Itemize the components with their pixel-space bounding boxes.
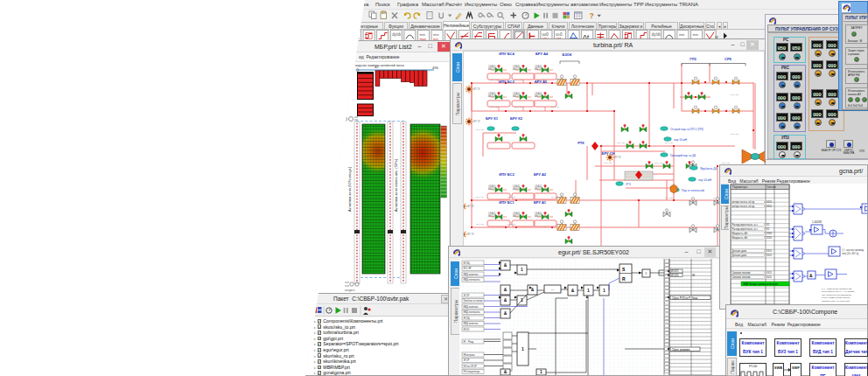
svg-text:1: 1 (603, 288, 606, 293)
svg-text:ротора насоса, об-ед: ротора насоса, об-ед (732, 200, 755, 204)
svg-text:ХХК2: ХХК2 (766, 232, 773, 235)
svg-text:ротора насоса, об-ед: ротора насоса, об-ед (732, 205, 755, 208)
svg-text:ИПУ БС4: ИПУ БС4 (499, 52, 514, 56)
svg-text:ИПУ БС3: ИПУ БС3 (499, 80, 514, 84)
svg-text:ПК-Г 80: ПК-Г 80 (731, 133, 739, 136)
svg-text:Греющий пар на Д4: Греющий пар на Д4 (670, 154, 696, 157)
svg-text:ИП ТК: ИП ТК (473, 87, 480, 91)
svg-text:Пар от котельной: Пар от котельной (682, 189, 704, 192)
svg-text:Мощность, кВт: Мощность, кВт (732, 232, 749, 235)
svg-text:НГ2Щ: НГ2Щ (464, 317, 471, 320)
svg-text:&: & (571, 288, 575, 293)
svg-text:Параметры: Параметры (732, 185, 748, 189)
svg-text:ПК-Г 80: ПК-Г 80 (508, 223, 516, 226)
svg-text:НГ4О: НГ4О (464, 328, 470, 331)
svg-text:ПК-Г 80: ПК-Г 80 (490, 106, 499, 108)
svg-text:1.40298: 1.40298 (812, 220, 822, 224)
svg-text:ИП ТК: ИП ТК (614, 156, 621, 159)
svg-text:Мощность, кВт: Мощность, кВт (732, 236, 749, 240)
svg-text:силового тока. Же тока этого: силового тока. Же тока этого (822, 300, 850, 303)
svg-text:42: 42 (374, 65, 379, 69)
svg-text:&: & (504, 310, 508, 316)
svg-text:1: 1 (522, 346, 524, 352)
svg-text:dy/dt: dy/dt (652, 32, 662, 37)
svg-text:u≥0: u≥0 (556, 32, 563, 37)
svg-text:ПК-Г 80: ПК-Г 80 (476, 196, 485, 198)
svg-text:конденс: конденс (345, 289, 355, 292)
svg-text:dy/dt: dy/dt (392, 32, 402, 37)
svg-text:AA101: AA101 (488, 214, 496, 218)
svg-text:ИСКЛ0: ИСКЛ0 (671, 274, 679, 277)
svg-text:НГ4 ЭР: НГ4 ЭР (464, 267, 472, 270)
svg-text:НКонтроль: НКонтроль (464, 353, 476, 357)
svg-text:ИП ТК: ИП ТК (473, 120, 480, 123)
svg-text:AA101: AA101 (535, 214, 542, 218)
svg-text:ИПУ БС1: ИПУ БС1 (499, 200, 514, 205)
svg-text:ГПЗ: ГПЗ (690, 57, 696, 61)
svg-text:&: & (504, 369, 508, 374)
svg-text:ИВД запитана: ИВД запитана (464, 305, 480, 309)
svg-text:БЗОК: БЗОК (563, 52, 572, 57)
svg-text:СРК: СРК (724, 57, 732, 61)
svg-text:Расход через насос, кг-с: Расход через насос, кг-с (732, 223, 759, 226)
svg-text:ПК-Г 80: ПК-Г 80 (731, 94, 739, 96)
svg-text:ХХ21: ХХ21 (766, 200, 773, 204)
svg-text:ПК-Г 80: ПК-Г 80 (514, 106, 523, 108)
svg-text:1: 1 (540, 369, 542, 374)
svg-text:AA101: AA101 (513, 67, 521, 71)
svg-text:Силовое питание: Силовое питание (732, 275, 752, 279)
svg-text:тока (10...80 Гц): тока (10...80 Гц) (842, 252, 858, 255)
svg-text:ИП ТК: ИП ТК (467, 205, 474, 208)
svg-text:&: & (504, 262, 508, 268)
svg-text:Х2: Х2 (766, 223, 770, 226)
svg-text:ПК-Г 80: ПК-Г 80 (490, 79, 499, 81)
svg-text:Ярубчена Д4: Ярубчена Д4 (700, 167, 717, 171)
svg-text:БРУ А1: БРУ А1 (534, 200, 547, 205)
svg-text:Х021: Х021 (766, 275, 773, 279)
svg-text:ПК-Г 80: ПК-Г 80 (665, 197, 674, 199)
svg-text:f_f - частота заповед.: f_f - частота заповед. (842, 248, 864, 252)
svg-text:Активная зона обмен.абс. (50%): Активная зона обмен.абс. (50%) (394, 158, 398, 212)
svg-text:ИВД отключена: ИВД отключена (464, 310, 480, 314)
svg-text:↓↓: ↓↓ (551, 288, 555, 291)
svg-text:u≠0: u≠0 (542, 32, 549, 37)
svg-text:ПК-Г 80: ПК-Г 80 (536, 79, 545, 81)
svg-text:AA101: AA101 (513, 187, 521, 191)
svg-text:НГ2Щ: НГ2Щ (464, 261, 471, 265)
svg-text:ХХ21: ХХ21 (766, 254, 773, 257)
svg-text:ЭГСР: ЭГСР (464, 359, 470, 362)
svg-text:ПК-Г 80: ПК-Г 80 (654, 162, 663, 164)
svg-text:ПК-Г 80: ПК-Г 80 (604, 162, 612, 164)
svg-text:Х2: Х2 (766, 227, 770, 231)
svg-text:ПК-Г 80: ПК-Г 80 (476, 223, 485, 226)
svg-text:?: ? (590, 11, 594, 20)
svg-text:Пробная остановк: Пробная остановк (464, 299, 484, 303)
svg-text:1: 1 (587, 288, 590, 293)
svg-text:ПК-Г 80: ПК-Г 80 (514, 79, 523, 81)
svg-text:Острый пар на ПП-1 (ПП): Острый пар на ПП-1 (ПП) (670, 128, 704, 131)
svg-text:AA101: AA101 (535, 187, 542, 191)
svg-text:БРУ К2: БРУ К2 (510, 116, 523, 121)
svg-text:&: & (504, 297, 508, 303)
svg-text:ПК-Г 80: ПК-Г 80 (476, 129, 485, 131)
svg-text:БРУ А4: БРУ А4 (536, 52, 549, 56)
svg-text:&: & (809, 273, 813, 278)
svg-text:Сброс РОК по Р-Пваш: Сброс РОК по Р-Пваш (672, 296, 698, 300)
svg-text:AA101: AA101 (488, 94, 496, 98)
svg-text:496: 496 (432, 66, 438, 70)
svg-text:AA101: AA101 (513, 94, 521, 98)
svg-text:УГЗ: УГЗ (626, 183, 631, 186)
svg-text:РТК: РТК (578, 141, 584, 145)
svg-text:Сброс режимов: Сброс режимов (672, 348, 690, 352)
svg-text:R: R (622, 276, 626, 282)
svg-text:ПК-Г 80: ПК-Г 80 (665, 142, 674, 144)
svg-text:AA101: AA101 (535, 94, 542, 98)
svg-text:ПК-Г 80: ПК-Г 80 (551, 196, 560, 198)
svg-text:Активная зона (50% мощн.): Активная зона (50% мощн.) (347, 166, 352, 212)
svg-text:пар 10 мН: пар 10 мН (674, 138, 688, 142)
svg-text:НГ - Рзад: НГ - Рзад (464, 340, 474, 344)
svg-text:ИПУ БС2: ИПУ БС2 (499, 172, 514, 177)
svg-text:ИВД запитана: ИВД запитана (464, 322, 480, 325)
svg-text:AA101: AA101 (513, 214, 521, 218)
svg-text:ЭЧМ Потеря силового питания: ЭЧМ Потеря силового питания (743, 282, 779, 286)
